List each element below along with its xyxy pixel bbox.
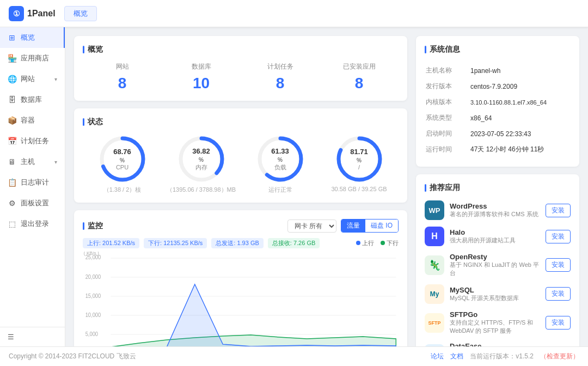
sidebar-item-crontab[interactable]: 📅 计划任务: [0, 131, 65, 151]
gauge-load-center: 61.33 % 负载: [268, 147, 292, 172]
overview-card: 概览 网站 8 数据库 10 计划任务 8 已安装应用: [74, 36, 407, 101]
sysinfo-label-arch: 系统类型: [426, 111, 469, 125]
gauge-mem-sub: （1395.06 / 3788.98）MB: [167, 186, 236, 194]
sysinfo-label-distro: 发行版本: [426, 79, 469, 94]
stat-installed-label: 已安装应用: [320, 62, 399, 71]
sysinfo-row-hostname: 主机名称 1panel-wh: [426, 63, 569, 78]
sysinfo-value-arch: x86_64: [470, 111, 569, 125]
gauge-load-sub: 运行正常: [268, 186, 292, 194]
tag-upload: 上行: 201.52 KB/s: [83, 238, 139, 248]
footer-link-forum[interactable]: 论坛: [431, 352, 444, 361]
sidebar-item-host[interactable]: 🖥 主机 ▾: [0, 151, 65, 172]
gauge-load-unit: 负载: [268, 163, 292, 172]
nic-select[interactable]: 网卡 所有: [287, 219, 336, 233]
app-info-sftpgo: SFTPGo 支持自定义 HTTP/S、FTP/S 和 WebDAV 的 SFT…: [450, 310, 540, 335]
stat-website-value: 8: [83, 75, 162, 92]
overview-tab[interactable]: 概览: [64, 6, 97, 21]
gauge-disk-unit: /: [347, 164, 371, 170]
chart-legend: 上行 下行: [356, 239, 399, 247]
sidebar-label-host: 主机: [21, 157, 35, 167]
database-icon: 🗄: [8, 95, 16, 104]
recommended-title: 推荐应用: [425, 183, 571, 193]
overview-card-title: 概览: [83, 45, 399, 54]
sysinfo-title: 系统信息: [425, 45, 571, 54]
sysinfo-row-distro: 发行版本 centos-7.9.2009: [426, 79, 569, 94]
sysinfo-value-kernel: 3.10.0-1160.88.1.el7.x86_64: [470, 95, 569, 109]
gauge-cpu-center: 68.76 % CPU: [110, 148, 134, 170]
monitor-controls: 网卡 所有 流量 磁盘 IO: [287, 219, 399, 233]
footer-check-update[interactable]: （检查更新）: [540, 352, 579, 361]
app-name-wordpress: WordPress: [450, 202, 540, 210]
gauge-mem-pct: 36.82 %: [189, 147, 213, 163]
sidebar-item-website[interactable]: 🌐 网站 ▾: [0, 69, 65, 89]
sysinfo-value-uptime: 47天 12小时 46分钟 11秒: [470, 142, 569, 157]
app-icon-mysql: My: [425, 284, 444, 304]
app-info-openresty: OpenResty 基于 NGINX 和 LuaJIT 的 Web 平台: [450, 253, 540, 278]
gauge-cpu-sub: （1.38 / 2）核: [103, 186, 142, 194]
app-desc-halo: 强大易用的开源建站工具: [450, 236, 540, 245]
legend-down: 下行: [381, 239, 399, 247]
main-content: 概览 网站 8 数据库 10 计划任务 8 已安装应用: [65, 27, 588, 346]
app-row-halo: H Halo 强大易用的开源建站工具 安装: [425, 227, 571, 246]
app-info-halo: Halo 强大易用的开源建站工具: [450, 228, 540, 245]
install-btn-sftpgo[interactable]: 安装: [546, 316, 571, 330]
install-btn-halo[interactable]: 安装: [546, 230, 571, 243]
gauge-mem-wrap: 36.82 % 内存: [177, 135, 226, 184]
svg-text:15,000: 15,000: [85, 293, 101, 299]
tag-download: 下行: 12135.25 KB/s: [144, 238, 207, 248]
app-icon-openresty: 🦎: [425, 255, 444, 275]
sysinfo-label-kernel: 内核版本: [426, 95, 469, 109]
app-icon-wordpress: WP: [425, 200, 444, 220]
sidebar-label-database: 数据库: [21, 95, 42, 105]
sidebar-item-settings[interactable]: ⚙ 面板设置: [0, 193, 65, 213]
app-row-wordpress: WP WordPress 著名的开源博客软件和 CMS 系统 安装: [425, 200, 571, 220]
overview-icon: ⊞: [8, 33, 16, 42]
footer-link-docs[interactable]: 文档: [450, 352, 463, 361]
sidebar: ⊞ 概览 🏪 应用商店 🌐 网站 ▾ 🗄 数据库 📦 容器 📅 计划任务 🖥 主…: [0, 27, 65, 346]
logout-icon: ⬚: [8, 219, 16, 228]
sidebar-item-overview[interactable]: ⊞ 概览: [0, 27, 65, 48]
gauge-mem-unit: 内存: [189, 163, 213, 172]
sidebar-item-database[interactable]: 🗄 数据库: [0, 89, 65, 110]
sidebar-label-overview: 概览: [21, 33, 35, 42]
chart-type-toggle: 流量 磁盘 IO: [341, 219, 399, 233]
stat-database-value: 10: [162, 75, 241, 92]
flow-button[interactable]: 流量: [341, 219, 365, 232]
stat-crontab: 计划任务 8: [241, 62, 320, 92]
sidebar-item-appstore[interactable]: 🏪 应用商店: [0, 48, 65, 69]
sysinfo-label-uptime: 运行时间: [426, 142, 469, 157]
svg-text:5,000: 5,000: [85, 331, 98, 337]
gauge-load-wrap: 61.33 % 负载: [256, 135, 305, 184]
sysinfo-row-boottime: 启动时间 2023-07-05 22:33:43: [426, 126, 569, 141]
monitor-header: 监控 网卡 所有 流量 磁盘 IO: [83, 219, 399, 233]
monitor-tags: 上行: 201.52 KB/s 下行: 12135.25 KB/s 总发送: 1…: [83, 238, 320, 248]
sysinfo-label-boottime: 启动时间: [426, 126, 469, 141]
status-card: 状态 68.76 % CPU: [74, 108, 407, 203]
sysinfo-card: 系统信息 主机名称 1panel-wh 发行版本 centos-7.9.2009…: [416, 36, 579, 167]
app-icon-sftpgo: SFTP: [425, 313, 444, 333]
tag-received: 总接收: 7.26 GB: [268, 238, 320, 248]
app-list: WP WordPress 著名的开源博客软件和 CMS 系统 安装 H Halo…: [425, 200, 571, 346]
sysinfo-row-arch: 系统类型 x86_64: [426, 111, 569, 125]
overview-stats: 网站 8 数据库 10 计划任务 8 已安装应用 8: [83, 62, 399, 92]
install-btn-wordpress[interactable]: 安装: [546, 204, 571, 217]
app-desc-wordpress: 著名的开源博客软件和 CMS 系统: [450, 210, 540, 218]
app-info-dataease: DataEase 人人可用的开源数据可视化分析工具: [450, 342, 540, 346]
install-btn-mysql[interactable]: 安装: [546, 287, 571, 301]
recommended-apps-card: 推荐应用 WP WordPress 著名的开源博客软件和 CMS 系统 安装 H: [416, 174, 579, 346]
settings-icon: ⚙: [8, 199, 16, 208]
sidebar-footer-toggle[interactable]: ☰: [0, 327, 65, 346]
gauge-cpu-wrap: 68.76 % CPU: [98, 135, 147, 184]
website-icon: 🌐: [8, 75, 16, 83]
install-btn-openresty[interactable]: 安装: [546, 258, 571, 272]
svg-text:( KB/s ): ( KB/s ): [84, 252, 99, 256]
sidebar-item-container[interactable]: 📦 容器: [0, 110, 65, 131]
crontab-icon: 📅: [8, 137, 16, 145]
monitor-chart-svg: 25,000 20,000 15,000 10,000 5,000 0 ( KB…: [83, 252, 399, 346]
app-name-dataease: DataEase: [450, 342, 540, 346]
disk-io-button[interactable]: 磁盘 IO: [365, 219, 398, 232]
sidebar-item-logout[interactable]: ⬚ 退出登录: [0, 213, 65, 234]
sidebar-item-log[interactable]: 📋 日志审计: [0, 172, 65, 193]
legend-up: 上行: [356, 239, 374, 247]
stat-installed-apps: 已安装应用 8: [320, 62, 399, 92]
